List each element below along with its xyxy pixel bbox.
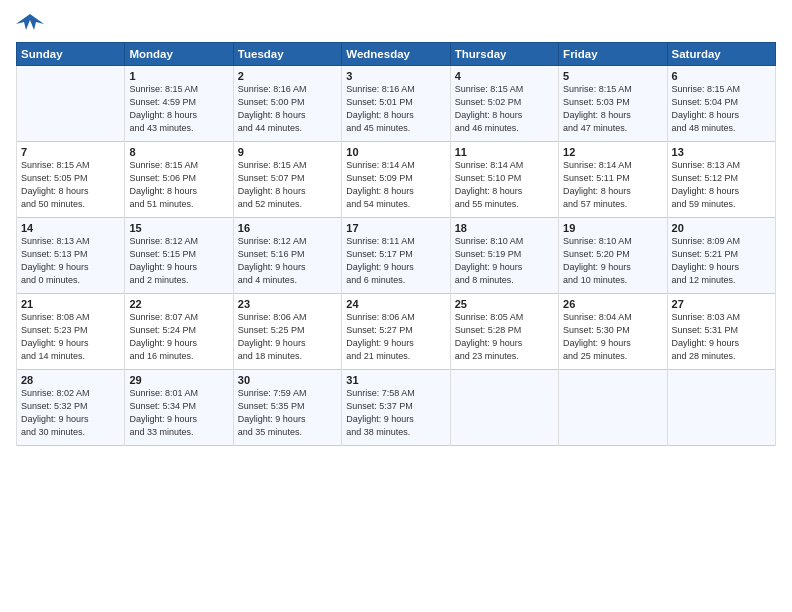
cell-info: Sunrise: 8:15 AMSunset: 5:06 PMDaylight:…	[129, 159, 228, 211]
calendar-cell: 25Sunrise: 8:05 AMSunset: 5:28 PMDayligh…	[450, 294, 558, 370]
cell-info: Sunrise: 8:10 AMSunset: 5:19 PMDaylight:…	[455, 235, 554, 287]
cell-info: Sunrise: 8:15 AMSunset: 4:59 PMDaylight:…	[129, 83, 228, 135]
calendar-cell: 9Sunrise: 8:15 AMSunset: 5:07 PMDaylight…	[233, 142, 341, 218]
calendar-cell: 11Sunrise: 8:14 AMSunset: 5:10 PMDayligh…	[450, 142, 558, 218]
cell-info: Sunrise: 8:13 AMSunset: 5:12 PMDaylight:…	[672, 159, 771, 211]
day-number: 24	[346, 298, 445, 310]
header-cell-saturday: Saturday	[667, 43, 775, 66]
calendar-cell: 2Sunrise: 8:16 AMSunset: 5:00 PMDaylight…	[233, 66, 341, 142]
day-number: 18	[455, 222, 554, 234]
calendar-cell: 12Sunrise: 8:14 AMSunset: 5:11 PMDayligh…	[559, 142, 667, 218]
cell-info: Sunrise: 8:09 AMSunset: 5:21 PMDaylight:…	[672, 235, 771, 287]
day-number: 13	[672, 146, 771, 158]
day-number: 10	[346, 146, 445, 158]
day-number: 27	[672, 298, 771, 310]
day-number: 23	[238, 298, 337, 310]
header-cell-thursday: Thursday	[450, 43, 558, 66]
calendar-cell: 29Sunrise: 8:01 AMSunset: 5:34 PMDayligh…	[125, 370, 233, 446]
week-row: 7Sunrise: 8:15 AMSunset: 5:05 PMDaylight…	[17, 142, 776, 218]
day-number: 26	[563, 298, 662, 310]
cell-info: Sunrise: 8:01 AMSunset: 5:34 PMDaylight:…	[129, 387, 228, 439]
cell-info: Sunrise: 8:12 AMSunset: 5:15 PMDaylight:…	[129, 235, 228, 287]
logo-icon	[16, 12, 44, 34]
header-cell-wednesday: Wednesday	[342, 43, 450, 66]
calendar-cell: 10Sunrise: 8:14 AMSunset: 5:09 PMDayligh…	[342, 142, 450, 218]
calendar-cell: 4Sunrise: 8:15 AMSunset: 5:02 PMDaylight…	[450, 66, 558, 142]
calendar-cell: 7Sunrise: 8:15 AMSunset: 5:05 PMDaylight…	[17, 142, 125, 218]
cell-info: Sunrise: 8:08 AMSunset: 5:23 PMDaylight:…	[21, 311, 120, 363]
day-number: 17	[346, 222, 445, 234]
cell-info: Sunrise: 8:04 AMSunset: 5:30 PMDaylight:…	[563, 311, 662, 363]
calendar-cell: 26Sunrise: 8:04 AMSunset: 5:30 PMDayligh…	[559, 294, 667, 370]
calendar-cell: 21Sunrise: 8:08 AMSunset: 5:23 PMDayligh…	[17, 294, 125, 370]
calendar-cell: 6Sunrise: 8:15 AMSunset: 5:04 PMDaylight…	[667, 66, 775, 142]
calendar-cell: 19Sunrise: 8:10 AMSunset: 5:20 PMDayligh…	[559, 218, 667, 294]
day-number: 25	[455, 298, 554, 310]
calendar-cell: 20Sunrise: 8:09 AMSunset: 5:21 PMDayligh…	[667, 218, 775, 294]
day-number: 5	[563, 70, 662, 82]
day-number: 7	[21, 146, 120, 158]
cell-info: Sunrise: 8:10 AMSunset: 5:20 PMDaylight:…	[563, 235, 662, 287]
calendar-cell: 15Sunrise: 8:12 AMSunset: 5:15 PMDayligh…	[125, 218, 233, 294]
calendar-table: SundayMondayTuesdayWednesdayThursdayFrid…	[16, 42, 776, 446]
calendar-cell: 31Sunrise: 7:58 AMSunset: 5:37 PMDayligh…	[342, 370, 450, 446]
cell-info: Sunrise: 8:16 AMSunset: 5:00 PMDaylight:…	[238, 83, 337, 135]
calendar-cell: 16Sunrise: 8:12 AMSunset: 5:16 PMDayligh…	[233, 218, 341, 294]
header	[16, 12, 776, 34]
cell-info: Sunrise: 8:15 AMSunset: 5:04 PMDaylight:…	[672, 83, 771, 135]
page: SundayMondayTuesdayWednesdayThursdayFrid…	[0, 0, 792, 612]
calendar-body: 1Sunrise: 8:15 AMSunset: 4:59 PMDaylight…	[17, 66, 776, 446]
calendar-cell: 1Sunrise: 8:15 AMSunset: 4:59 PMDaylight…	[125, 66, 233, 142]
cell-info: Sunrise: 7:58 AMSunset: 5:37 PMDaylight:…	[346, 387, 445, 439]
day-number: 6	[672, 70, 771, 82]
cell-info: Sunrise: 8:15 AMSunset: 5:02 PMDaylight:…	[455, 83, 554, 135]
day-number: 31	[346, 374, 445, 386]
day-number: 30	[238, 374, 337, 386]
calendar-header: SundayMondayTuesdayWednesdayThursdayFrid…	[17, 43, 776, 66]
day-number: 28	[21, 374, 120, 386]
cell-info: Sunrise: 8:15 AMSunset: 5:05 PMDaylight:…	[21, 159, 120, 211]
calendar-cell	[667, 370, 775, 446]
calendar-cell: 24Sunrise: 8:06 AMSunset: 5:27 PMDayligh…	[342, 294, 450, 370]
calendar-cell: 13Sunrise: 8:13 AMSunset: 5:12 PMDayligh…	[667, 142, 775, 218]
calendar-cell: 3Sunrise: 8:16 AMSunset: 5:01 PMDaylight…	[342, 66, 450, 142]
cell-info: Sunrise: 8:15 AMSunset: 5:03 PMDaylight:…	[563, 83, 662, 135]
day-number: 21	[21, 298, 120, 310]
cell-info: Sunrise: 8:13 AMSunset: 5:13 PMDaylight:…	[21, 235, 120, 287]
cell-info: Sunrise: 8:14 AMSunset: 5:11 PMDaylight:…	[563, 159, 662, 211]
calendar-cell: 22Sunrise: 8:07 AMSunset: 5:24 PMDayligh…	[125, 294, 233, 370]
calendar-cell: 30Sunrise: 7:59 AMSunset: 5:35 PMDayligh…	[233, 370, 341, 446]
week-row: 28Sunrise: 8:02 AMSunset: 5:32 PMDayligh…	[17, 370, 776, 446]
cell-info: Sunrise: 8:14 AMSunset: 5:10 PMDaylight:…	[455, 159, 554, 211]
week-row: 21Sunrise: 8:08 AMSunset: 5:23 PMDayligh…	[17, 294, 776, 370]
cell-info: Sunrise: 8:12 AMSunset: 5:16 PMDaylight:…	[238, 235, 337, 287]
calendar-cell: 5Sunrise: 8:15 AMSunset: 5:03 PMDaylight…	[559, 66, 667, 142]
day-number: 22	[129, 298, 228, 310]
cell-info: Sunrise: 8:03 AMSunset: 5:31 PMDaylight:…	[672, 311, 771, 363]
cell-info: Sunrise: 8:06 AMSunset: 5:25 PMDaylight:…	[238, 311, 337, 363]
svg-marker-0	[16, 14, 44, 30]
day-number: 19	[563, 222, 662, 234]
day-number: 2	[238, 70, 337, 82]
cell-info: Sunrise: 8:05 AMSunset: 5:28 PMDaylight:…	[455, 311, 554, 363]
calendar-cell: 14Sunrise: 8:13 AMSunset: 5:13 PMDayligh…	[17, 218, 125, 294]
cell-info: Sunrise: 8:07 AMSunset: 5:24 PMDaylight:…	[129, 311, 228, 363]
logo	[16, 12, 48, 34]
cell-info: Sunrise: 7:59 AMSunset: 5:35 PMDaylight:…	[238, 387, 337, 439]
cell-info: Sunrise: 8:11 AMSunset: 5:17 PMDaylight:…	[346, 235, 445, 287]
calendar-cell	[17, 66, 125, 142]
header-cell-sunday: Sunday	[17, 43, 125, 66]
calendar-cell: 28Sunrise: 8:02 AMSunset: 5:32 PMDayligh…	[17, 370, 125, 446]
header-row: SundayMondayTuesdayWednesdayThursdayFrid…	[17, 43, 776, 66]
day-number: 9	[238, 146, 337, 158]
header-cell-friday: Friday	[559, 43, 667, 66]
day-number: 12	[563, 146, 662, 158]
calendar-cell: 23Sunrise: 8:06 AMSunset: 5:25 PMDayligh…	[233, 294, 341, 370]
day-number: 16	[238, 222, 337, 234]
calendar-cell	[450, 370, 558, 446]
day-number: 29	[129, 374, 228, 386]
day-number: 3	[346, 70, 445, 82]
calendar-cell: 8Sunrise: 8:15 AMSunset: 5:06 PMDaylight…	[125, 142, 233, 218]
day-number: 1	[129, 70, 228, 82]
header-cell-monday: Monday	[125, 43, 233, 66]
